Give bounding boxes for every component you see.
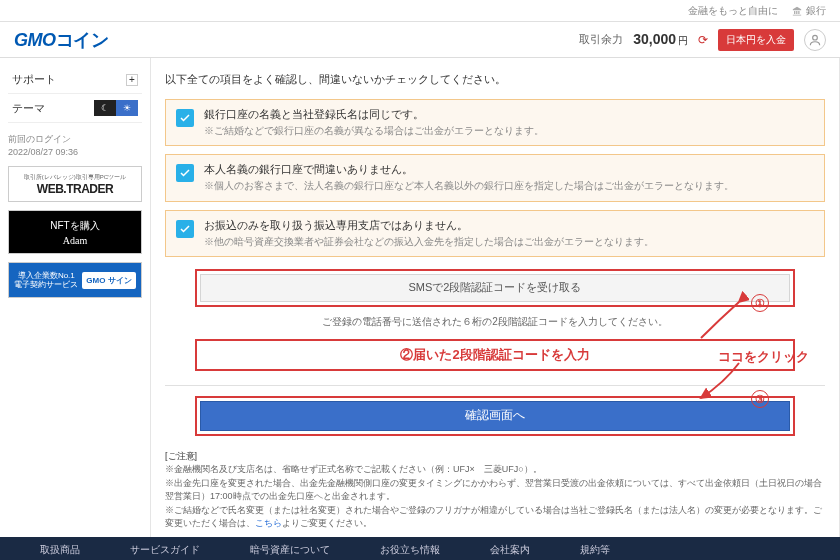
bank-icon <box>792 6 802 16</box>
notes: [ご注意] ※金融機関名及び支店名は、省略せず正式名称でご記載ください（例：UF… <box>165 450 825 531</box>
footer-link[interactable]: お役立ち情報 <box>380 543 440 557</box>
last-login: 前回のログイン 2022/08/27 09:36 <box>8 133 142 158</box>
logo[interactable]: GMOコイン <box>14 28 108 52</box>
confirm-button[interactable]: 確認画面へ <box>200 401 790 431</box>
footer-link[interactable]: 会社案内 <box>490 543 530 557</box>
sidebar-item-support[interactable]: サポート + <box>8 66 142 94</box>
footer-link[interactable]: サービスガイド <box>130 543 200 557</box>
balance-amount: 30,000円 <box>633 31 688 48</box>
balance-label: 取引余力 <box>579 32 623 47</box>
banner-nft[interactable]: NFTを購入 Adam <box>8 210 142 254</box>
check-item: 銀行口座の名義と当社登録氏名は同じです。※ご結婚などで銀行口座の名義が異なる場合… <box>165 99 825 146</box>
banner-gmosign[interactable]: 導入企業数No.1 電子契約サービス GMO サイン <box>8 262 142 298</box>
code-input-placeholder[interactable]: ②届いた2段階認証コードを入力 <box>400 346 589 364</box>
sms-code-button[interactable]: SMSで2段階認証コードを受け取る <box>200 274 790 302</box>
footer-link[interactable]: 取扱商品 <box>40 543 80 557</box>
check-item: お振込のみを取り扱う振込専用支店ではありません。※他の暗号資産交換業者や証券会社… <box>165 210 825 257</box>
change-link[interactable]: こちら <box>255 518 282 528</box>
footer-link[interactable]: 暗号資産について <box>250 543 330 557</box>
sun-icon: ☀ <box>116 100 138 116</box>
deposit-button[interactable]: 日本円を入金 <box>718 29 794 51</box>
moon-icon: ☾ <box>94 100 116 116</box>
checkbox[interactable] <box>176 109 194 127</box>
sms-button-highlight: SMSで2段階認証コードを受け取る <box>195 269 795 307</box>
banner-webtrader[interactable]: 取引所(レバレッジ)取引専用PCツール WEB.TRADER <box>8 166 142 202</box>
sms-hint: ご登録の電話番号に送信された６桁の2段階認証コードを入力してください。 <box>195 315 795 329</box>
svg-point-0 <box>813 35 818 40</box>
intro-text: 以下全ての項目をよく確認し、間違いないかチェックしてください。 <box>165 72 825 87</box>
avatar[interactable] <box>804 29 826 51</box>
confirm-button-highlight: 確認画面へ <box>195 396 795 436</box>
divider <box>165 385 825 386</box>
check-item: 本人名義の銀行口座で間違いありません。※個人のお客さまで、法人名義の銀行口座など… <box>165 154 825 201</box>
checkbox[interactable] <box>176 220 194 238</box>
footer: 取扱商品 サービスガイド 暗号資産について お役立ち情報 会社案内 規約等 <box>0 537 840 560</box>
sidebar-item-theme: テーマ ☾ ☀ <box>8 94 142 123</box>
footer-link[interactable]: 規約等 <box>580 543 610 557</box>
theme-toggle[interactable]: ☾ ☀ <box>94 100 138 116</box>
reload-icon[interactable]: ⟳ <box>698 33 708 47</box>
checkbox[interactable] <box>176 164 194 182</box>
code-input-highlight: ②届いた2段階認証コードを入力 <box>195 339 795 371</box>
bank-link[interactable]: 銀行 <box>792 4 826 18</box>
expand-icon: + <box>126 74 138 86</box>
tagline: 金融をもっと自由に <box>688 4 778 18</box>
